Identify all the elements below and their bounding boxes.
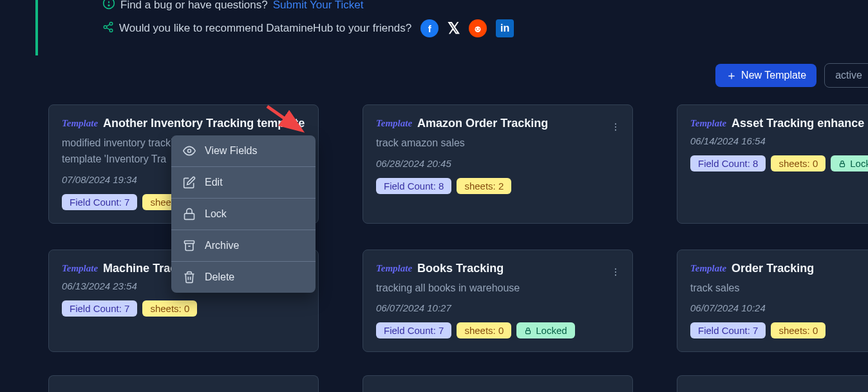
menu-view-fields[interactable]: View Fields <box>171 135 316 167</box>
card-title: Asset Tracking enhance <box>731 117 868 130</box>
card-menu-button[interactable] <box>294 119 309 137</box>
svg-point-18 <box>615 268 616 270</box>
card-date: 06/07/2024 10:24 <box>690 302 868 313</box>
card-title: Books Tracking <box>417 262 619 275</box>
menu-archive-label: Archive <box>205 240 239 251</box>
active-filter-button[interactable]: active <box>824 63 868 88</box>
card-title: Amazon Order Tracking <box>417 117 619 130</box>
card-menu-button[interactable] <box>608 119 623 137</box>
card-date: 06/07/2024 10:27 <box>376 302 619 313</box>
active-filter-label: active <box>835 70 862 81</box>
svg-point-15 <box>615 126 616 128</box>
template-badge: Template <box>376 263 412 274</box>
new-template-label: New Template <box>741 70 806 81</box>
svg-point-10 <box>479 28 480 30</box>
bug-report-row: Find a bug or have questions? Submit You… <box>102 0 808 13</box>
svg-point-9 <box>476 28 477 30</box>
submit-ticket-link[interactable]: Submit Your Ticket <box>273 0 364 12</box>
template-badge: Template <box>62 263 98 274</box>
sheets-chip: sheets: 2 <box>457 178 511 194</box>
card-chips: Field Count: 7sheets: 0Locked <box>376 322 619 338</box>
template-badge: Template <box>62 118 98 129</box>
card-header: TemplateBooks Tracking <box>376 262 619 275</box>
menu-delete[interactable]: Delete <box>171 262 316 293</box>
card-chips: Field Count: 7sheets: 0 <box>690 322 868 338</box>
card-title: Another Inventory Tracking template <box>103 117 305 130</box>
svg-rect-24 <box>185 241 194 244</box>
card-header: TemplateAmazon Order Tracking <box>376 117 619 130</box>
new-template-button[interactable]: ＋ New Template <box>715 64 816 87</box>
locked-chip: Locked <box>831 155 868 172</box>
svg-point-20 <box>615 274 616 275</box>
sheets-chip: sheets: 0 <box>771 322 826 338</box>
card-menu-button[interactable] <box>608 264 623 282</box>
card-header: TemplateOrder Tracking <box>690 262 868 275</box>
svg-point-3 <box>109 22 113 25</box>
card-stub <box>48 375 319 392</box>
card-header: TemplateAsset Tracking enhance <box>690 117 868 130</box>
next-row-stub <box>48 375 868 392</box>
bug-report-text: Find a bug or have questions? <box>120 0 268 12</box>
svg-rect-17 <box>840 163 845 166</box>
card-title: Order Tracking <box>731 262 868 275</box>
svg-point-4 <box>104 25 107 28</box>
field-count-chip: Field Count: 8 <box>376 178 451 194</box>
svg-point-22 <box>188 150 191 153</box>
svg-point-19 <box>615 271 616 273</box>
field-count-chip: Field Count: 7 <box>62 300 137 317</box>
template-card[interactable]: TemplateOrder Trackingtrack sales06/07/2… <box>677 250 868 353</box>
info-banner: Find a bug or have questions? Submit You… <box>35 0 808 55</box>
template-card[interactable]: TemplateAmazon Order Trackingtrack amazo… <box>363 104 633 224</box>
svg-point-16 <box>615 130 616 131</box>
field-count-chip: Field Count: 7 <box>62 194 137 210</box>
field-count-chip: Field Count: 8 <box>690 155 766 172</box>
svg-rect-23 <box>185 213 194 219</box>
recommend-text: Would you like to recommend DatamineHub … <box>119 22 411 35</box>
svg-point-8 <box>475 26 481 32</box>
template-badge: Template <box>690 263 726 274</box>
card-date: 06/28/2024 20:45 <box>376 158 619 169</box>
card-stub <box>677 375 868 392</box>
social-share-icons: f 𝕏 in <box>420 19 514 37</box>
card-chips: Field Count: 7sheets: 0 <box>62 300 305 317</box>
field-count-chip: Field Count: 7 <box>690 322 766 338</box>
x-twitter-icon[interactable]: 𝕏 <box>448 21 460 36</box>
card-stub <box>363 375 633 392</box>
sheets-chip: sheets: 0 <box>142 300 197 317</box>
template-badge: Template <box>690 118 726 129</box>
template-badge: Template <box>376 118 412 129</box>
reddit-icon[interactable] <box>469 19 487 37</box>
svg-point-12 <box>301 126 302 128</box>
svg-line-6 <box>106 28 109 30</box>
svg-point-13 <box>301 130 302 131</box>
menu-delete-label: Delete <box>205 271 234 283</box>
card-date: 06/14/2024 16:54 <box>690 135 868 146</box>
card-chips: Field Count: 8sheets: 0Locked <box>690 155 868 172</box>
linkedin-icon[interactable]: in <box>496 19 514 37</box>
menu-edit-label: Edit <box>205 177 223 188</box>
svg-line-7 <box>106 24 109 26</box>
card-chips: Field Count: 8sheets: 2 <box>376 178 619 194</box>
toolbar: ＋ New Template active <box>715 63 868 88</box>
template-card[interactable]: TemplateBooks Trackingtracking all books… <box>363 250 633 353</box>
svg-point-11 <box>301 123 302 124</box>
svg-point-5 <box>109 29 113 32</box>
facebook-icon[interactable]: f <box>420 19 439 37</box>
svg-point-2 <box>108 5 109 6</box>
menu-lock-label: Lock <box>205 208 227 220</box>
card-header: TemplateAnother Inventory Tracking templ… <box>62 117 305 130</box>
info-icon <box>102 0 115 13</box>
menu-archive[interactable]: Archive <box>171 230 316 262</box>
menu-edit[interactable]: Edit <box>171 167 316 199</box>
menu-view-fields-label: View Fields <box>205 145 258 157</box>
menu-lock[interactable]: Lock <box>171 199 316 230</box>
sheets-chip: sheets: 0 <box>771 155 826 172</box>
card-description: track amazon sales <box>376 135 619 152</box>
sheets-chip: sheets: 0 <box>457 322 511 338</box>
card-description: track sales <box>690 280 868 297</box>
template-card[interactable]: TemplateAsset Tracking enhance06/14/2024… <box>677 104 868 224</box>
svg-rect-21 <box>526 330 531 333</box>
share-icon <box>102 21 114 36</box>
card-context-menu: View Fields Edit Lock Archive Delete <box>171 135 316 293</box>
plus-icon: ＋ <box>726 70 737 81</box>
